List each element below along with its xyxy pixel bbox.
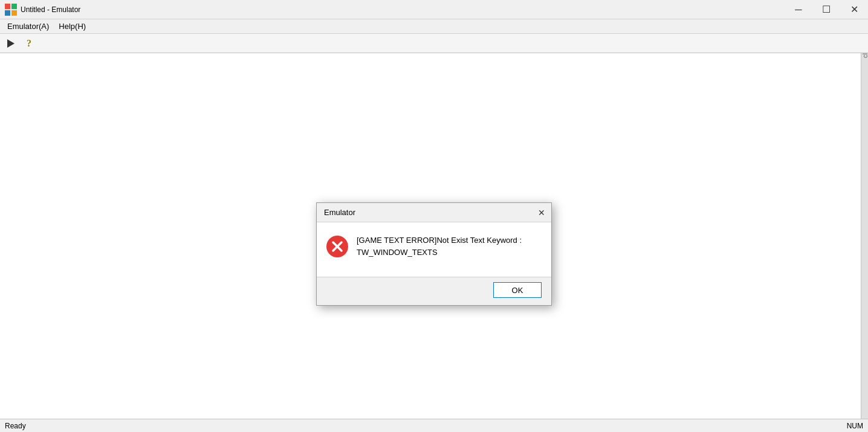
svg-rect-3	[11, 10, 17, 16]
title-left: Untitled - Emulator	[5, 4, 80, 16]
help-icon: ?	[27, 38, 31, 49]
dialog-title: Emulator	[324, 208, 355, 217]
window-title: Untitled - Emulator	[21, 5, 80, 14]
menu-help[interactable]: Help(H)	[54, 21, 91, 32]
svg-rect-0	[5, 4, 10, 9]
dialog-titlebar: Emulator ✕	[317, 203, 551, 222]
error-dialog: Emulator ✕ [GAME TEXT ERROR]Not Exist Te…	[316, 202, 552, 306]
app-icon	[5, 4, 17, 16]
dialog-overlay: Emulator ✕ [GAME TEXT ERROR]Not Exist Te…	[0, 53, 868, 419]
menu-emulator[interactable]: Emulator(A)	[2, 21, 54, 32]
menu-bar: Emulator(A) Help(H)	[0, 19, 868, 34]
maximize-button[interactable]: ☐	[812, 0, 840, 19]
minimize-button[interactable]: ─	[785, 0, 812, 19]
dialog-message-line1: [GAME TEXT ERROR]Not Exist Text Keyword …	[357, 236, 522, 245]
error-icon	[326, 236, 348, 257]
ok-button[interactable]: OK	[493, 282, 542, 298]
dialog-footer: OK	[317, 277, 551, 305]
svg-rect-1	[11, 4, 17, 9]
main-content: cl Emulator ✕ [GAME TEXT ERROR]Not Exist…	[0, 53, 868, 419]
num-indicator: NUM	[847, 422, 863, 430]
toolbar: ?	[0, 34, 868, 53]
play-icon	[7, 39, 15, 48]
svg-rect-2	[5, 10, 10, 16]
right-edge-panel: cl	[861, 53, 868, 419]
play-button[interactable]	[2, 36, 19, 51]
window-close-button[interactable]: ✕	[840, 0, 868, 19]
status-text: Ready	[5, 422, 26, 430]
dialog-body: [GAME TEXT ERROR]Not Exist Text Keyword …	[317, 222, 551, 277]
dialog-close-button[interactable]: ✕	[532, 203, 551, 222]
dialog-message-line2: TW_WINDOW_TEXTS	[357, 248, 438, 257]
status-bar: Ready NUM	[0, 419, 868, 432]
dialog-message: [GAME TEXT ERROR]Not Exist Text Keyword …	[357, 234, 542, 258]
title-bar: Untitled - Emulator ─ ☐ ✕	[0, 0, 868, 19]
right-edge-text: cl	[861, 53, 868, 60]
title-buttons: ─ ☐ ✕	[785, 0, 868, 19]
help-button[interactable]: ?	[21, 36, 37, 51]
